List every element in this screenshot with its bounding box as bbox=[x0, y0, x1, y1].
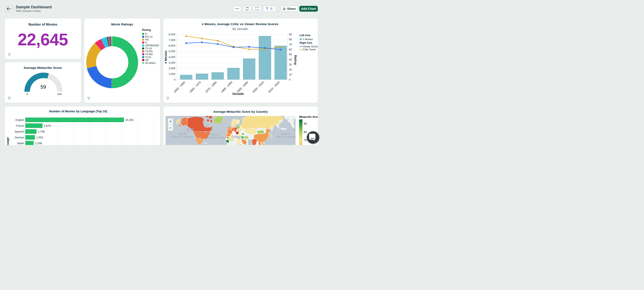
svg-text:Left Axis: Left Axis bbox=[300, 34, 310, 37]
svg-text:2,000: 2,000 bbox=[168, 67, 175, 70]
svg-text:0: 0 bbox=[26, 93, 28, 96]
svg-text:TV-14: TV-14 bbox=[145, 47, 152, 50]
svg-text:70: 70 bbox=[289, 43, 292, 46]
svg-text:TV-MA: TV-MA bbox=[145, 53, 153, 55]
svg-text:1960 - 1970: 1960 - 1970 bbox=[189, 81, 202, 94]
svg-text:N: N bbox=[294, 128, 296, 133]
svg-text:TV-G: TV-G bbox=[145, 55, 151, 58]
svg-text:Right Axis: Right Axis bbox=[300, 41, 312, 44]
svg-text:All others: All others bbox=[145, 61, 156, 64]
svg-text:2,676: 2,676 bbox=[44, 124, 51, 127]
svg-text:Italian: Italian bbox=[17, 142, 24, 145]
svg-text:North: North bbox=[178, 133, 187, 135]
svg-text:0: 0 bbox=[289, 78, 290, 81]
svg-text:Viewer Score: Viewer Score bbox=[303, 45, 318, 48]
svg-text:APPROVED: APPROVED bbox=[145, 44, 159, 47]
svg-text:3,000: 3,000 bbox=[168, 61, 175, 64]
svg-text:Pacific Ocean: Pacific Ocean bbox=[172, 135, 193, 138]
svg-text:50: 50 bbox=[289, 53, 292, 56]
svg-text:Spanish: Spanish bbox=[14, 130, 24, 133]
svg-text:59: 59 bbox=[40, 84, 46, 90]
svg-text:Critic Score: Critic Score bbox=[303, 48, 316, 51]
svg-text:1990 - 2000: 1990 - 2000 bbox=[236, 81, 249, 94]
svg-text:80: 80 bbox=[289, 38, 292, 41]
svg-text:100: 100 bbox=[57, 93, 62, 96]
svg-text:# Movies: # Movies bbox=[164, 50, 168, 63]
svg-text:# Movies: # Movies bbox=[303, 38, 313, 40]
svg-text:A: A bbox=[210, 127, 213, 133]
svg-text:20: 20 bbox=[289, 68, 292, 71]
svg-text:1,502: 1,502 bbox=[36, 136, 43, 139]
svg-text:Decade: Decade bbox=[232, 92, 244, 95]
svg-text:G: G bbox=[145, 41, 147, 44]
svg-text:Number of Movies by Language (: Number of Movies by Language (Top 10) bbox=[49, 110, 107, 113]
svg-text:8,000: 8,000 bbox=[168, 33, 175, 36]
svg-text:Language: Language bbox=[6, 137, 9, 145]
svg-text:1,746: 1,746 bbox=[38, 130, 45, 133]
svg-text:NO: NO bbox=[186, 127, 195, 133]
svg-text:Rating: Rating bbox=[142, 28, 151, 31]
svg-text:30: 30 bbox=[289, 63, 292, 66]
svg-text:1,308: 1,308 bbox=[35, 141, 42, 145]
svg-text:North: North bbox=[211, 133, 219, 136]
svg-text:Pacific Ocea: Pacific Ocea bbox=[276, 135, 295, 138]
svg-text:1950 - 1960: 1950 - 1960 bbox=[173, 81, 186, 94]
svg-text:English: English bbox=[16, 118, 24, 121]
svg-text:90: 90 bbox=[289, 33, 292, 36]
svg-text:German: German bbox=[14, 136, 24, 139]
svg-text:5,000: 5,000 bbox=[168, 50, 175, 53]
svg-text:1970 - 1980: 1970 - 1980 bbox=[204, 81, 218, 94]
svg-text:French: French bbox=[16, 124, 24, 127]
svg-text:4,000: 4,000 bbox=[168, 55, 175, 58]
svg-text:Atlantic Ocea: Atlantic Ocea bbox=[205, 136, 226, 139]
svg-text:7,000: 7,000 bbox=[168, 38, 175, 42]
svg-text:GP: GP bbox=[145, 58, 149, 61]
svg-text:1980 - 1990: 1980 - 1990 bbox=[220, 81, 233, 94]
svg-text:By Decade: By Decade bbox=[232, 27, 248, 30]
svg-text:40: 40 bbox=[289, 58, 292, 61]
svg-text:PG: PG bbox=[145, 38, 149, 41]
svg-text:10: 10 bbox=[289, 73, 292, 76]
svg-text:1,000: 1,000 bbox=[168, 72, 175, 75]
svg-text:# Movies, Average Critic vs Vi: # Movies, Average Critic vs Viewer Revie… bbox=[202, 22, 278, 26]
svg-text:2000 - 2010: 2000 - 2010 bbox=[252, 81, 265, 94]
svg-text:Rating: Rating bbox=[294, 55, 298, 65]
svg-text:TV-PG: TV-PG bbox=[145, 50, 153, 53]
svg-text:0: 0 bbox=[174, 78, 175, 81]
svg-text:60: 60 bbox=[289, 48, 292, 51]
svg-text:15,352: 15,352 bbox=[125, 118, 134, 121]
svg-text:6,000: 6,000 bbox=[168, 44, 175, 47]
svg-text:2010 - 2020: 2010 - 2020 bbox=[268, 81, 280, 94]
svg-text:R: R bbox=[145, 32, 147, 35]
svg-text:PG-13: PG-13 bbox=[145, 35, 152, 38]
svg-text:North: North bbox=[281, 133, 290, 135]
